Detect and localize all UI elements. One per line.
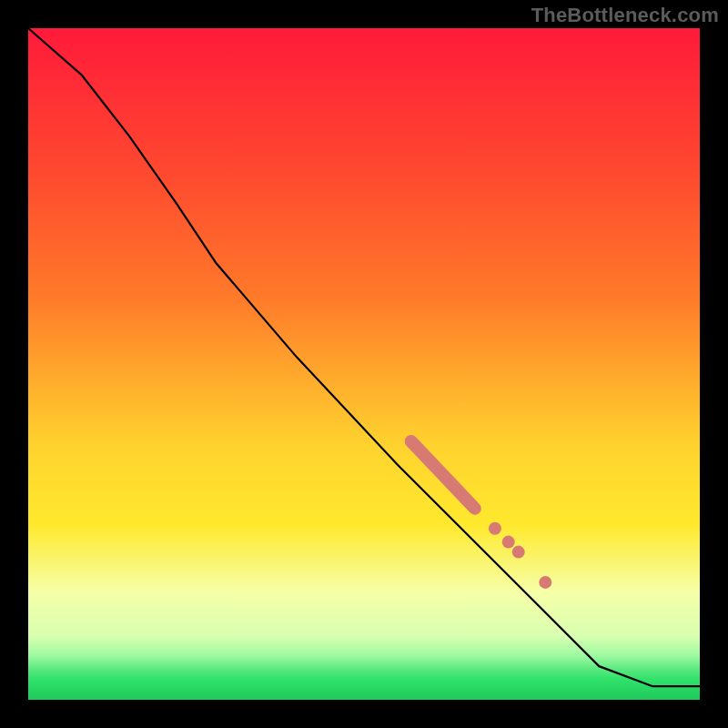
highlight-dot bbox=[512, 546, 525, 559]
attribution-text: TheBottleneck.com bbox=[531, 4, 719, 27]
chart-frame: { "attribution": "TheBottleneck.com", "c… bbox=[0, 0, 728, 728]
highlight-dot bbox=[539, 576, 551, 589]
highlight-dot bbox=[489, 522, 501, 535]
plot-background bbox=[28, 28, 700, 700]
highlight-dot bbox=[502, 536, 515, 549]
chart-canvas bbox=[0, 0, 728, 728]
